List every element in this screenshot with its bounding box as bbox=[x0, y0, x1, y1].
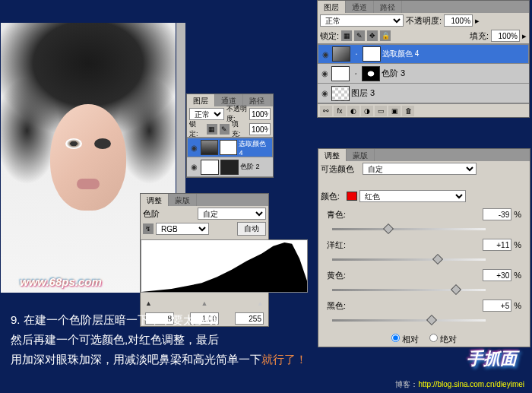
picker-icon[interactable]: ↯ bbox=[143, 223, 154, 234]
layer-row-lv2[interactable]: 色阶 2 bbox=[187, 157, 273, 177]
relative-radio[interactable] bbox=[391, 334, 400, 342]
tab-adjust[interactable]: 调整 bbox=[318, 149, 347, 161]
layer-row-layer3[interactable]: 图层 3 bbox=[318, 84, 529, 103]
histogram bbox=[141, 239, 308, 293]
panel-tabs: 图层 通道 路径 bbox=[318, 1, 529, 13]
lock-label: 锁定: bbox=[320, 30, 339, 42]
layer-row-sc4[interactable]: ⬞ 选取颜色 4 bbox=[318, 44, 529, 64]
black-input[interactable] bbox=[483, 300, 511, 312]
fill-input[interactable] bbox=[491, 30, 520, 42]
pct: % bbox=[514, 301, 521, 310]
visibility-icon[interactable] bbox=[319, 68, 330, 79]
watermark: www.68ps.com bbox=[20, 275, 102, 288]
absolute-radio-label[interactable]: 绝对 bbox=[429, 334, 457, 345]
absolute-radio[interactable] bbox=[429, 334, 438, 342]
trash-icon[interactable]: 🗑 bbox=[402, 106, 414, 116]
layer-mask-thumb bbox=[220, 140, 237, 155]
layer-name: 色阶 3 bbox=[382, 68, 405, 79]
method-row: 相对 绝对 bbox=[318, 331, 530, 347]
colors-select[interactable]: 红色 bbox=[359, 190, 466, 202]
layer-row-sc4[interactable]: 选取颜色 4 bbox=[187, 138, 273, 157]
yellow-input[interactable] bbox=[483, 269, 511, 281]
layer-thumb bbox=[201, 140, 218, 155]
blend-mode-select[interactable]: 正常 bbox=[320, 14, 404, 27]
blog-url[interactable]: http://blog.sina.com.cn/dieyimei bbox=[418, 380, 524, 388]
mask-icon[interactable]: ◐ bbox=[347, 106, 359, 116]
blend-row: 正常 不透明度: ▸ bbox=[318, 13, 529, 28]
panel-tabs: 调整 蒙版 bbox=[141, 194, 268, 206]
visibility-icon[interactable] bbox=[188, 162, 199, 173]
lock-all-icon[interactable]: 🔒 bbox=[380, 30, 391, 41]
preset-select[interactable]: 自定 bbox=[198, 208, 266, 220]
layer-list: 选取颜色 4 色阶 2 bbox=[187, 137, 273, 177]
tab-mask[interactable]: 蒙版 bbox=[169, 194, 197, 206]
face bbox=[50, 104, 126, 211]
lock-transparent-icon[interactable]: ▦ bbox=[341, 30, 352, 41]
visibility-icon[interactable] bbox=[319, 88, 330, 99]
cyan-label: 青色: bbox=[327, 209, 357, 220]
tab-paths[interactable]: 路径 bbox=[243, 94, 271, 106]
black-label: 黑色: bbox=[327, 300, 357, 312]
opacity-input[interactable] bbox=[444, 14, 473, 27]
fill-input[interactable] bbox=[249, 123, 271, 135]
folder-icon[interactable]: ▭ bbox=[375, 106, 387, 116]
lock-move-icon[interactable]: ✥ bbox=[367, 30, 378, 41]
lock-pixels-icon[interactable]: ▦ bbox=[207, 124, 217, 135]
cyan-slider[interactable] bbox=[325, 222, 524, 237]
gray-handle[interactable]: ▲ bbox=[201, 300, 208, 307]
tab-layers[interactable]: 图层 bbox=[318, 1, 346, 13]
blog-link: 博客：http://blog.sina.com.cn/dieyimei bbox=[395, 379, 524, 390]
relative-radio-label[interactable]: 相对 bbox=[391, 334, 419, 345]
layer-mask-thumb bbox=[362, 66, 380, 81]
magenta-row: 洋红: % bbox=[325, 237, 524, 252]
chevron-right-icon[interactable]: ▸ bbox=[522, 31, 527, 41]
layer-name: 选取颜色 4 bbox=[239, 139, 271, 157]
colors-row: 颜色: 红色 bbox=[318, 189, 530, 204]
black-slider[interactable] bbox=[325, 313, 524, 328]
tab-paths[interactable]: 路径 bbox=[374, 1, 402, 13]
preset-select[interactable]: 自定 bbox=[363, 163, 477, 175]
link-icon[interactable]: ⬞ bbox=[352, 50, 361, 59]
lock-row: 锁定: ▦ ✎ 填充: bbox=[187, 122, 273, 137]
chevron-right-icon[interactable]: ▸ bbox=[475, 16, 480, 26]
sliders: 青色: % 洋红: % 黄色: % 黑色: % bbox=[318, 204, 530, 331]
fx-icon[interactable]: fx bbox=[334, 106, 346, 116]
magenta-input[interactable] bbox=[483, 239, 511, 251]
lock-paint-icon[interactable]: ✎ bbox=[220, 124, 230, 135]
magenta-slider[interactable] bbox=[325, 252, 524, 268]
layer-thumb bbox=[331, 66, 350, 81]
color-swatch-red bbox=[347, 192, 357, 201]
lock-label: 锁定: bbox=[189, 119, 204, 139]
channel-select[interactable]: RGB bbox=[156, 223, 209, 235]
black-row: 黑色: % bbox=[325, 298, 524, 313]
tab-channels[interactable]: 通道 bbox=[346, 1, 374, 13]
link-icon[interactable]: ⬞ bbox=[351, 69, 360, 78]
levels-title-row: 色阶 自定 bbox=[141, 206, 268, 221]
pct: % bbox=[514, 210, 521, 219]
yellow-slider[interactable] bbox=[325, 283, 524, 298]
layers-panel-small[interactable]: 图层 通道 路径 正常 不透明度: 锁定: ▦ ✎ 填充: 选取颜色 4 色阶 … bbox=[186, 93, 274, 178]
layers-panel-large[interactable]: 图层 通道 路径 正常 不透明度: ▸ 锁定: ▦ ✎ ✥ 🔒 填充: ▸ ⬞ … bbox=[317, 0, 530, 118]
cyan-input[interactable] bbox=[483, 208, 511, 220]
blend-mode-select[interactable]: 正常 bbox=[189, 108, 224, 120]
adjustment-icon[interactable]: ◑ bbox=[361, 106, 373, 116]
black-handle[interactable]: ▲ bbox=[145, 300, 152, 307]
instruction-text: 9. 在建一个色阶层压暗一下，不要太多哦 然后再建一个可选颜色,对红色调整，最后… bbox=[11, 310, 307, 369]
visibility-icon[interactable] bbox=[320, 49, 331, 59]
white-handle[interactable]: ▲ bbox=[257, 300, 264, 307]
auto-button[interactable]: 自动 bbox=[237, 222, 266, 236]
tab-layers[interactable]: 图层 bbox=[187, 94, 215, 106]
tab-adjust[interactable]: 调整 bbox=[141, 194, 169, 206]
opacity-input[interactable] bbox=[249, 108, 271, 120]
layer-row-lv3[interactable]: ⬞ 色阶 3 bbox=[318, 64, 529, 84]
selective-color-panel[interactable]: 调整 蒙版 可选颜色 自定 颜色: 红色 青色: % 洋红: % 黄色: % 黑… bbox=[318, 148, 530, 347]
link-layers-icon[interactable]: ⚯ bbox=[320, 106, 332, 116]
selcolor-title-row: 可选颜色 自定 bbox=[318, 161, 530, 176]
levels-panel[interactable]: 调整 蒙版 色阶 自定 ↯ RGB 自动 ▲ ▲ ▲ bbox=[140, 193, 269, 327]
tab-mask[interactable]: 蒙版 bbox=[347, 149, 375, 161]
visibility-icon[interactable] bbox=[189, 142, 199, 153]
yellow-row: 黄色: % bbox=[325, 268, 524, 283]
new-layer-icon[interactable]: ▣ bbox=[388, 106, 401, 116]
channel-row: ↯ RGB 自动 bbox=[141, 221, 268, 236]
lock-paint-icon[interactable]: ✎ bbox=[354, 30, 365, 41]
